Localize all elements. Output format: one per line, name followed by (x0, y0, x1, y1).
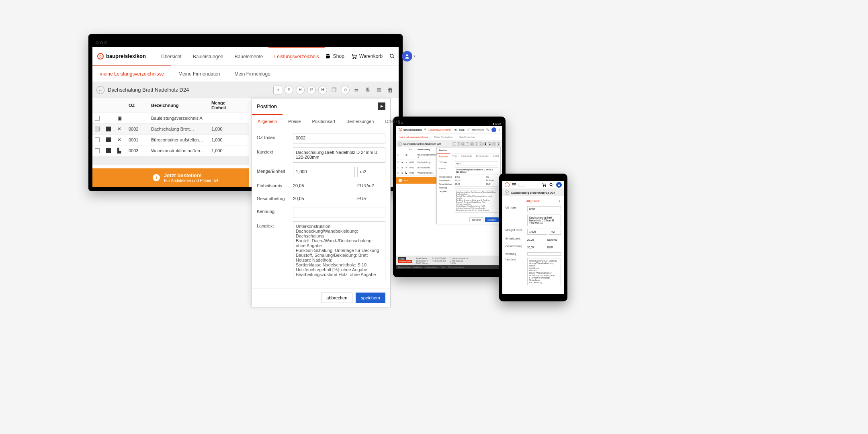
input-kurz[interactable]: Dachschalung Brett Nadelholz D 24mm B 12… (527, 215, 561, 226)
subtab-firmenlogo[interactable]: Mein Firmenlogo (227, 66, 277, 82)
menu-icon[interactable] (512, 183, 516, 186)
input-oz[interactable]: 0002 (527, 206, 561, 212)
input-oz[interactable]: 0002 (455, 161, 498, 166)
save-button[interactable]: speichern (356, 293, 385, 303)
list-icon[interactable]: ≣ (352, 86, 361, 94)
checkbox[interactable] (95, 116, 100, 121)
input-kennung[interactable] (293, 207, 385, 217)
tool-icon[interactable]: 🖶 (488, 142, 491, 146)
brand-logo[interactable]: b baupreislexikon (399, 128, 422, 131)
tool-icon[interactable]: P (457, 142, 461, 146)
table-row[interactable]: ☐■▙ 0003 Wandkonstruktio… (396, 170, 439, 176)
ptab-din[interactable]: DIN276 (490, 154, 501, 159)
order-banner[interactable]: i Jetzt (396, 177, 439, 184)
save-button[interactable]: speichern (485, 217, 499, 222)
input-menge[interactable]: 1,000 (293, 167, 355, 177)
ptab-preise[interactable]: Preise (450, 154, 459, 159)
tool-icon[interactable]: P (466, 142, 469, 146)
lock-button[interactable] (556, 182, 562, 188)
brand-logo[interactable]: b baupreislexikon (97, 53, 146, 59)
letter-h-icon[interactable]: H (318, 86, 327, 94)
avatar-icon[interactable] (491, 127, 496, 132)
panel-tab-positionsart[interactable]: Positionsart (307, 114, 341, 128)
search-icon[interactable]: 🔍 (486, 128, 489, 131)
tool-icon[interactable]: 🗑 (497, 142, 500, 146)
cart-icon[interactable]: 🛒 (467, 128, 470, 131)
tool-icon[interactable]: ⇥ (452, 142, 456, 146)
cart-icon[interactable] (542, 182, 547, 187)
shop-icon[interactable]: 🛍 (454, 129, 457, 131)
subtab-firmenlogo[interactable]: Mein Firmenlogo (456, 134, 478, 140)
letter-p-icon[interactable]: P (307, 86, 316, 94)
print-icon[interactable]: 🖶 (363, 86, 372, 94)
nav-active[interactable]: Leistungsverzeichnis (426, 129, 453, 131)
letter-p-icon[interactable]: P (285, 86, 293, 94)
copy-icon[interactable]: ❐ (330, 86, 338, 94)
textarea-langtext[interactable]: Unterkonstruktion Dachdeckung/Wandbeklei… (455, 190, 498, 213)
export-icon[interactable]: ⇥ (273, 86, 282, 94)
input-kennung[interactable] (527, 252, 561, 256)
tool-icon[interactable]: H (470, 142, 474, 146)
section-header[interactable]: Allgemein ▾ (502, 196, 564, 206)
expand-icon[interactable]: ⊖ (341, 86, 350, 94)
panel-tab-bemerkungen[interactable]: Bemerkungen (341, 114, 380, 128)
tool-icon[interactable]: ❐ (475, 142, 478, 146)
back-button[interactable]: ← (398, 142, 402, 146)
subtab-meine-lv[interactable]: meine Leistungsverzeichnisse (92, 66, 171, 82)
ptab-allgemein[interactable]: Allgemein (437, 154, 450, 159)
subtab-meine-lv[interactable]: meine Leistungsverzeichnisse (396, 134, 431, 140)
search-icon[interactable] (389, 53, 395, 59)
checkbox[interactable] (95, 137, 100, 142)
input-menge[interactable]: 1,000 (527, 229, 547, 235)
table-row[interactable]: ☐■✕ 0001 Bürocontainer… (396, 165, 439, 170)
cancel-button[interactable]: abbrechen (321, 293, 352, 303)
footer-agb[interactable]: AGB (452, 262, 456, 264)
order-banner[interactable]: i Jetzt bestellen! Für Architekten und P… (92, 168, 249, 187)
cancel-button[interactable]: abbrechen (469, 217, 484, 222)
logo-icon[interactable] (505, 182, 510, 187)
profile-menu[interactable]: ▾ (402, 51, 416, 61)
cart-link[interactable]: Warenkorb (351, 53, 383, 59)
panel-tab-preise[interactable]: Preise (283, 114, 306, 128)
checkbox[interactable] (95, 148, 100, 153)
textarea-langtext[interactable]: Unterkonstruktion Dachdeckung/Wandbeklei… (293, 221, 385, 279)
panel-tab-din276[interactable]: DIN276 (379, 114, 405, 128)
back-button[interactable]: ← (505, 190, 509, 195)
footer-link-2[interactable]: Hilfe f:data.de (452, 260, 463, 262)
input-einheit[interactable]: m2 (549, 229, 561, 235)
back-button[interactable]: ← (96, 86, 104, 94)
ptab-positionsart[interactable]: Positionsart (459, 154, 474, 159)
table-row[interactable]: ▙ 0003 Wandkonstruktion außen… 1,000 (92, 145, 249, 156)
tool-icon[interactable]: ≣ (483, 142, 487, 146)
trash-icon[interactable]: 🗑 (386, 86, 395, 94)
input-kurz[interactable]: Dachschalung Brett Nadelholz D 24mm B 12… (455, 167, 498, 174)
input-kennung[interactable] (455, 186, 498, 189)
nav-overview[interactable]: Übersicht (156, 47, 187, 65)
input-oz[interactable]: 0002 (293, 133, 385, 143)
table-row[interactable]: ▣ Bauleistungsverzeichnis A (92, 113, 249, 124)
subtab-firmendaten[interactable]: Meine Firmendaten (171, 66, 227, 82)
table-row[interactable]: ✕ 0002 Dachschalung Brett… 1,000 (92, 124, 249, 135)
table-row[interactable]: ✕ 0001 Bürocontainer aufstellen… 1,000 (92, 135, 249, 145)
panel-tab-allgemein[interactable]: Allgemein (252, 114, 283, 128)
nav-bauleistungen[interactable]: Bauleistungen (187, 47, 229, 65)
tool-icon[interactable]: ✉ (492, 142, 496, 146)
table-row[interactable]: ☐▣ Bauleistungsverzeichnis A (396, 152, 439, 160)
nav-leistungsverzeichnis[interactable]: Leistungsverzeichnis (268, 47, 324, 65)
panel-close-button[interactable]: ▶ (378, 102, 385, 110)
input-einheit[interactable]: m2 (357, 167, 385, 177)
ptab-bemerkungen[interactable]: Bemerkungen (474, 154, 490, 159)
subtab-firmendaten[interactable]: Meine Firmendaten (431, 134, 456, 140)
shop-link[interactable]: Shop (325, 53, 344, 59)
letter-h-icon[interactable]: H (296, 86, 305, 94)
search-icon[interactable] (549, 182, 554, 187)
table-row[interactable]: ☐■✕ 0002 Dachschalung… (396, 160, 439, 165)
tool-icon[interactable]: ⊖ (479, 142, 483, 146)
input-kurztext[interactable]: Dachschalung Brett Nadelholz D 24mm B 12… (293, 147, 385, 163)
nav-bauelemente[interactable]: Bauelemente (229, 47, 269, 65)
checkbox[interactable] (95, 127, 100, 131)
textarea-langtext[interactable]: Unterkonstruktion Dachde- ckung/Wandbekl… (527, 258, 561, 285)
footer-link-1[interactable]: Hilfe erfordernde.de (452, 258, 468, 260)
tool-icon[interactable]: H (461, 142, 465, 146)
mail-icon[interactable]: ✉ (375, 86, 383, 94)
